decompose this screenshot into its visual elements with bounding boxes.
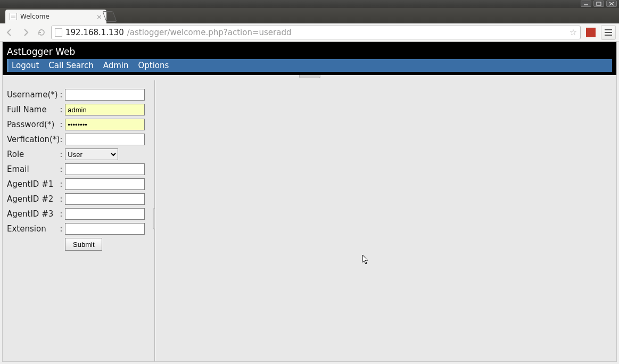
input-verification[interactable] xyxy=(65,134,145,145)
label-extension: Extension xyxy=(7,223,60,235)
url-path: /astlogger/welcome.php?action=useradd xyxy=(127,28,292,37)
label-verification: Verfication(*) xyxy=(7,134,60,145)
browser-toolbar: 192.168.1.130/astlogger/welcome.php?acti… xyxy=(0,23,619,42)
field-username: Username(*) : xyxy=(7,89,145,101)
select-role[interactable]: User xyxy=(65,148,118,160)
label-email: Email xyxy=(7,163,60,175)
svg-rect-1 xyxy=(597,2,601,5)
field-submit: Submit xyxy=(7,238,145,251)
input-agentid1[interactable] xyxy=(65,178,145,190)
tab-title: Welcome xyxy=(20,13,49,20)
os-titlebar xyxy=(0,0,619,7)
input-password[interactable] xyxy=(65,119,145,130)
label-password: Password(*) xyxy=(7,119,60,130)
app-menu: Logout Call Search Admin Options xyxy=(7,59,612,72)
bookmark-star-icon[interactable]: ☆ xyxy=(570,27,577,37)
field-email: Email : xyxy=(7,163,145,175)
app-title: AstLogger Web xyxy=(7,46,612,57)
input-email[interactable] xyxy=(65,163,145,175)
content-row: Username(*) : Full Name : Password(*) : … xyxy=(3,75,616,361)
reload-button[interactable] xyxy=(35,26,48,39)
forward-button[interactable] xyxy=(19,26,32,39)
page-body: AstLogger Web Logout Call Search Admin O… xyxy=(2,42,617,362)
window-minimize-button[interactable] xyxy=(581,1,591,7)
browser-tab[interactable]: Welcome × xyxy=(5,10,106,23)
split-handle[interactable] xyxy=(299,75,320,78)
label-fullname: Full Name xyxy=(7,104,60,115)
page-icon xyxy=(10,13,17,20)
field-role: Role : User xyxy=(7,148,145,160)
input-fullname[interactable] xyxy=(65,104,145,115)
window-close-button[interactable] xyxy=(606,1,617,7)
browser-menu-button[interactable] xyxy=(601,25,616,40)
field-verification: Verfication(*) : xyxy=(7,134,145,145)
field-agentid2: AgentID #2 : xyxy=(7,193,145,205)
input-username[interactable] xyxy=(65,89,145,101)
label-agentid1: AgentID #1 xyxy=(7,178,60,190)
address-bar[interactable]: 192.168.1.130/astlogger/welcome.php?acti… xyxy=(51,26,581,39)
menu-logout[interactable]: Logout xyxy=(12,61,39,70)
site-icon xyxy=(55,28,62,37)
form-panel: Username(*) : Full Name : Password(*) : … xyxy=(3,80,155,361)
menu-options[interactable]: Options xyxy=(138,61,169,70)
input-extension[interactable] xyxy=(65,223,145,235)
field-fullname: Full Name : xyxy=(7,104,145,115)
field-agentid3: AgentID #3 : xyxy=(7,208,145,220)
submit-button[interactable]: Submit xyxy=(65,238,102,251)
user-form: Username(*) : Full Name : Password(*) : … xyxy=(7,86,145,254)
browser-tabstrip: Welcome × xyxy=(0,7,619,23)
field-password: Password(*) : xyxy=(7,119,145,130)
label-agentid2: AgentID #2 xyxy=(7,193,60,205)
back-button[interactable] xyxy=(3,26,16,39)
field-extension: Extension : xyxy=(7,223,145,235)
right-panel xyxy=(155,80,616,361)
input-agentid3[interactable] xyxy=(65,208,145,220)
menu-call-search[interactable]: Call Search xyxy=(48,61,93,70)
input-agentid2[interactable] xyxy=(65,193,145,205)
label-agentid3: AgentID #3 xyxy=(7,208,60,220)
window-maximize-button[interactable] xyxy=(593,1,604,7)
tab-close-icon[interactable]: × xyxy=(96,13,102,21)
url-host: 192.168.1.130 xyxy=(65,28,124,37)
menu-admin[interactable]: Admin xyxy=(103,61,129,70)
extension-icon[interactable] xyxy=(586,28,596,37)
label-role: Role xyxy=(7,148,60,160)
field-agentid1: AgentID #1 : xyxy=(7,178,145,190)
label-username: Username(*) xyxy=(7,89,60,101)
app-header: AstLogger Web Logout Call Search Admin O… xyxy=(3,42,616,75)
